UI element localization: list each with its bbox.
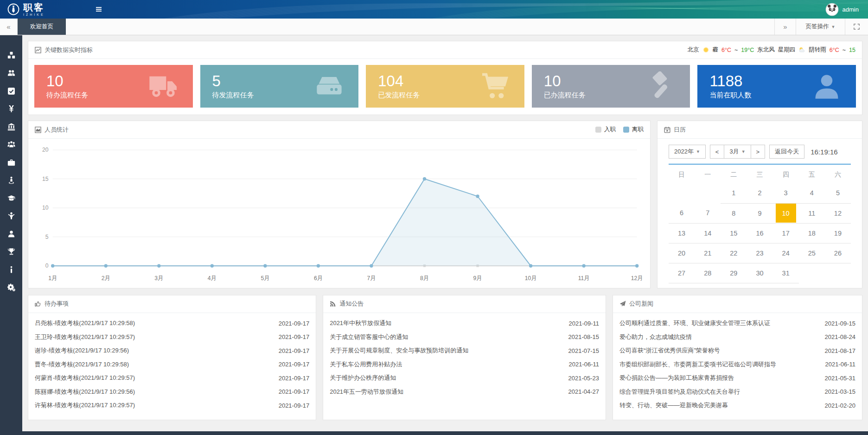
calendar-day-1[interactable]: 1: [721, 183, 747, 203]
weekday-header: 四: [773, 166, 799, 183]
next-month-button[interactable]: >: [751, 145, 765, 158]
calendar-day-18[interactable]: 18: [799, 223, 825, 243]
list-item: 爱心捐款公告——为装卸工杨家青募捐报告2021-05-31: [619, 371, 855, 385]
list-item-title[interactable]: 综合管理提升项目签约及启动仪式在天台举行: [619, 388, 740, 396]
list-item-title[interactable]: 许菊林-绩效考核(2021/9/17 10:29:57): [35, 401, 135, 409]
calendar-day-30[interactable]: 30: [747, 263, 772, 283]
list-item-title[interactable]: 陈丽娜-绩效考核(2021/9/17 10:29:56): [35, 388, 135, 396]
panel-title: 待办事项: [45, 300, 69, 308]
list-item-title[interactable]: 关于成立销管客服中心的通知: [330, 333, 408, 341]
list-item-date: 2021-06-11: [825, 361, 855, 368]
tab-bar: « 欢迎首页 » 页签操作 ▼: [0, 19, 868, 35]
sidebar-item-bank[interactable]: [0, 118, 22, 136]
panel-list: 公司顺利通过质量、环境、职业健康安全管理三体系认证2021-09-15爱心助力，…: [613, 313, 862, 420]
list-item-title[interactable]: 爱心助力，众志成城抗疫情: [619, 333, 692, 341]
list-item-title[interactable]: 2021年五一劳动节放假通知: [330, 388, 403, 396]
svg-text:7月: 7月: [367, 275, 376, 281]
list-item-title[interactable]: 关于私车公用费用补贴办法: [330, 360, 402, 369]
calendar-day-16[interactable]: 16: [747, 223, 772, 243]
calendar-day-21[interactable]: 21: [695, 243, 721, 263]
calendar-day-29[interactable]: 29: [721, 263, 747, 283]
list-item-title[interactable]: 曹冬-绩效考核(2021/9/17 10:29:58): [35, 360, 129, 369]
tab-welcome-home[interactable]: 欢迎首页: [18, 19, 66, 35]
list-item-title[interactable]: 公司喜获“浙江省优秀供应商”荣誉称号: [619, 346, 720, 355]
sidebar-item-info[interactable]: [0, 261, 22, 279]
sidebar-item-trophy[interactable]: [0, 243, 22, 261]
stat-card-2[interactable]: 5待发流程任务: [200, 65, 359, 108]
back-to-today-button[interactable]: 返回今天: [769, 145, 804, 159]
prev-month-button[interactable]: <: [710, 145, 724, 158]
sidebar-item-check-square[interactable]: [0, 82, 22, 100]
list-item-title[interactable]: 关于维护办公秩序的通知: [330, 374, 396, 382]
sidebar-item-child[interactable]: [0, 207, 22, 225]
month-select[interactable]: 3月 ▼: [724, 145, 750, 158]
list-item-title[interactable]: 2021年中秋节放假通知: [330, 319, 391, 327]
calendar-week-row: 2728293031: [669, 263, 851, 283]
sidebar-item-team[interactable]: [0, 136, 22, 154]
sidebar-item-street-view[interactable]: [0, 172, 22, 190]
user-menu[interactable]: admin: [825, 3, 868, 16]
calendar-day-7[interactable]: 7: [695, 203, 721, 223]
sidebar-item-cubes[interactable]: [0, 46, 22, 64]
legend-item-离职[interactable]: 离职: [623, 126, 644, 134]
calendar-day-28[interactable]: 28: [695, 263, 721, 283]
list-item-title[interactable]: 王卫玲-绩效考核(2021/9/17 10:29:57): [35, 333, 135, 341]
calendar-day-27[interactable]: 27: [669, 263, 695, 283]
calendar-day-15[interactable]: 15: [721, 223, 747, 243]
tabs-scroll-left-button[interactable]: «: [0, 19, 18, 35]
sidebar-item-briefcase[interactable]: [0, 154, 22, 172]
sidebar-item-yen[interactable]: [0, 100, 22, 118]
stat-card-4[interactable]: 10已办流程任务: [532, 65, 690, 108]
calendar-day-11[interactable]: 11: [799, 203, 825, 223]
calendar-day-8[interactable]: 8: [721, 203, 747, 223]
stat-card-5[interactable]: 1188当前在职人数: [697, 65, 856, 108]
calendar-day-14[interactable]: 14: [695, 223, 721, 243]
tab-operations-dropdown[interactable]: 页签操作 ▼: [796, 19, 845, 35]
calendar-day-22[interactable]: 22: [721, 243, 747, 263]
tabs-scroll-right-button[interactable]: »: [774, 19, 796, 35]
list-item-title[interactable]: 转变、行动、突破——迎新晚会完美谢幕: [619, 401, 728, 409]
calendar-day-12[interactable]: 12: [825, 203, 851, 223]
sidebar-item-graduation-cap[interactable]: [0, 189, 22, 207]
calendar-day-2[interactable]: 2: [747, 183, 772, 203]
fullscreen-icon[interactable]: [845, 19, 868, 35]
calendar-day-24[interactable]: 24: [773, 243, 799, 263]
chart-area: 051015201月2月3月4月5月6月7月8月9月10月11月12月: [28, 139, 650, 288]
calendar-day-10[interactable]: 10: [773, 203, 799, 223]
stat-card-1[interactable]: 10待办流程任务: [34, 65, 193, 108]
calendar-week-row: 13141516171819: [669, 223, 851, 243]
calendar-day-9[interactable]: 9: [747, 203, 772, 223]
sidebar-item-cogs[interactable]: [0, 279, 22, 297]
calendar-day-19[interactable]: 19: [825, 223, 851, 243]
list-item-title[interactable]: 市委组织部副部长、市委两新工委项书记莅临公司调研指导: [619, 360, 776, 369]
list-item-date: 2021-03-15: [825, 388, 856, 395]
list-item-title[interactable]: 爱心捐款公告——为装卸工杨家青募捐报告: [619, 374, 734, 382]
list-item-title[interactable]: 关于开展公司规章制度、安全与事故预防培训的通知: [330, 346, 468, 355]
sidebar-item-users[interactable]: [0, 64, 22, 83]
list-item-title[interactable]: 谢珍-绩效考核(2021/9/17 10:29:56): [35, 346, 129, 355]
calendar-day-6[interactable]: 6: [669, 203, 695, 223]
calendar-day-20[interactable]: 20: [669, 243, 695, 263]
list-item-date: 2021-09-17: [279, 333, 310, 340]
calendar-day-17[interactable]: 17: [773, 223, 799, 243]
list-item-title[interactable]: 公司顺利通过质量、环境、职业健康安全管理三体系认证: [619, 319, 770, 327]
svg-text:20: 20: [42, 147, 49, 153]
year-select[interactable]: 2022年 ▼: [669, 145, 706, 159]
calendar-day-5[interactable]: 5: [825, 183, 851, 203]
hamburger-menu-icon[interactable]: [95, 6, 102, 13]
calendar-day-31[interactable]: 31: [773, 263, 799, 283]
calendar-day-26[interactable]: 26: [825, 243, 851, 263]
calendar-day-23[interactable]: 23: [747, 243, 772, 263]
sidebar-item-user[interactable]: [0, 225, 22, 243]
list-item-title[interactable]: 吕尧栋-绩效考核(2021/9/17 10:29:58): [35, 319, 135, 327]
calendar-day-3[interactable]: 3: [773, 183, 799, 203]
calendar-day-4[interactable]: 4: [799, 183, 825, 203]
weekday-header: 六: [825, 166, 851, 183]
calendar-day-25[interactable]: 25: [799, 243, 825, 263]
cart-icon: [476, 71, 514, 101]
stat-card-3[interactable]: 104已发流程任务: [366, 65, 524, 108]
list-item-title[interactable]: 何蒙肖-绩效考核(2021/9/17 10:29:57): [35, 374, 135, 382]
calendar-title: 日历: [674, 126, 686, 134]
legend-item-入职[interactable]: 入职: [595, 126, 616, 134]
calendar-day-13[interactable]: 13: [669, 223, 695, 243]
